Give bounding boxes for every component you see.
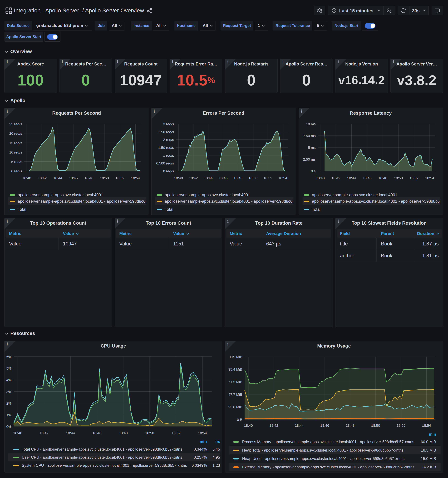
svg-text:23.8 MiB: 23.8 MiB [228,405,242,409]
svg-text:0 s: 0 s [311,169,316,173]
svg-text:2 req/s: 2 req/s [163,138,174,142]
svg-text:18:48: 18:48 [84,176,93,180]
svg-text:0 req/s: 0 req/s [11,169,22,173]
svg-text:2.50 ms: 2.50 ms [303,157,316,161]
svg-text:18:52: 18:52 [263,176,272,180]
svg-text:18:44: 18:44 [204,176,213,180]
svg-text:18:50: 18:50 [249,176,257,180]
svg-text:18:54: 18:54 [425,176,434,180]
svg-text:5%: 5% [6,366,12,371]
svg-text:1%: 1% [6,413,12,417]
svg-text:5 ms: 5 ms [308,146,316,150]
svg-text:10 ms: 10 ms [306,122,316,126]
svg-text:18:40: 18:40 [22,176,31,180]
svg-text:5 req/s: 5 req/s [11,160,22,164]
svg-text:18:52: 18:52 [115,176,124,180]
svg-text:18:42: 18:42 [40,431,49,435]
svg-text:4%: 4% [6,378,12,382]
svg-text:18:46: 18:46 [69,176,78,180]
svg-text:18:46: 18:46 [363,176,372,180]
svg-text:18:52: 18:52 [410,176,418,180]
svg-text:18:44: 18:44 [347,176,356,180]
svg-text:1 req/s: 1 req/s [163,154,174,157]
svg-text:3 req/s: 3 req/s [163,122,174,126]
svg-text:15 req/s: 15 req/s [9,141,22,145]
svg-text:0%: 0% [6,425,12,429]
svg-text:119 MiB: 119 MiB [230,355,242,359]
svg-text:18:40: 18:40 [316,176,325,180]
svg-text:18:46: 18:46 [92,431,101,435]
svg-text:18:48: 18:48 [378,176,387,180]
svg-text:0 B: 0 B [237,418,242,422]
svg-text:18:48: 18:48 [346,423,355,428]
svg-text:25 req/s: 25 req/s [9,122,22,126]
svg-text:0 req/s: 0 req/s [163,169,174,173]
svg-text:18:54: 18:54 [198,431,207,435]
svg-text:2%: 2% [6,401,12,405]
svg-text:18:54: 18:54 [422,423,431,428]
svg-text:18:48: 18:48 [234,176,243,180]
svg-text:6%: 6% [6,355,12,359]
svg-text:18:50: 18:50 [145,431,154,435]
svg-text:18:54: 18:54 [278,176,287,180]
svg-text:1.50 req/s: 1.50 req/s [158,146,174,150]
svg-text:18:48: 18:48 [119,431,128,435]
svg-text:18:46: 18:46 [219,176,228,180]
svg-text:18:52: 18:52 [397,423,405,428]
svg-text:18:50: 18:50 [371,423,380,428]
svg-text:20 req/s: 20 req/s [9,132,22,135]
svg-text:18:46: 18:46 [320,423,329,428]
svg-text:18:44: 18:44 [66,431,75,435]
svg-text:18:42: 18:42 [331,176,340,180]
svg-text:7.50 ms: 7.50 ms [303,134,316,138]
svg-text:0.500 req/s: 0.500 req/s [156,161,174,165]
svg-text:3%: 3% [6,390,12,394]
svg-text:18:50: 18:50 [394,176,403,180]
svg-text:95.4 MiB: 95.4 MiB [228,367,242,371]
svg-text:18:42: 18:42 [269,423,278,428]
svg-text:18:44: 18:44 [53,176,62,180]
svg-text:18:42: 18:42 [189,176,198,180]
svg-text:18:54: 18:54 [131,176,140,180]
svg-text:2.50 req/s: 2.50 req/s [158,130,174,134]
svg-text:18:40: 18:40 [174,176,183,180]
svg-text:47.7 MiB: 47.7 MiB [228,393,242,396]
svg-text:18:52: 18:52 [172,431,180,435]
svg-text:18:42: 18:42 [38,176,47,180]
svg-text:18:50: 18:50 [100,176,109,180]
svg-text:10 req/s: 10 req/s [9,150,22,154]
svg-text:18:40: 18:40 [244,423,253,428]
svg-text:71.5 MiB: 71.5 MiB [228,380,242,384]
svg-text:18:44: 18:44 [295,423,304,428]
svg-text:18:40: 18:40 [13,431,22,435]
